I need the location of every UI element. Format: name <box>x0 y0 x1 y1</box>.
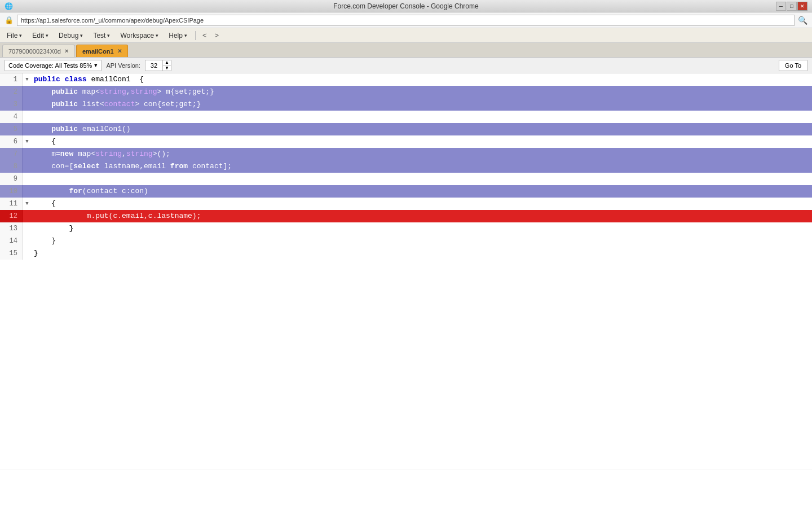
fold-icon-9 <box>23 173 32 185</box>
tab-emailcon1-label: emailCon1 <box>82 48 114 55</box>
coverage-label: Code Coverage: All Tests 85% <box>8 62 92 69</box>
line-content-6: { <box>32 135 812 148</box>
line-number-4: 4 <box>0 111 23 123</box>
fold-icon-7 <box>23 148 32 160</box>
code-line-4: 4 <box>0 111 812 123</box>
tab-707900[interactable]: 707900000234X0d ✕ <box>2 45 75 57</box>
line-number-12: 12 <box>0 210 23 222</box>
code-line-9: 9 <box>0 173 812 185</box>
api-down-icon[interactable]: ▼ <box>163 65 171 71</box>
line-content-7: m=new map<string,string>(); <box>32 148 812 160</box>
menu-help[interactable]: Help ▾ <box>164 30 192 41</box>
line-number-5: 5 <box>0 123 23 135</box>
fold-icon-15 <box>23 247 32 260</box>
goto-button[interactable]: Go To <box>779 60 807 71</box>
page-icon: 🔒 <box>5 16 14 24</box>
fold-icon-12 <box>23 210 32 222</box>
line-number-7: 7 <box>0 148 23 160</box>
menu-edit[interactable]: Edit ▾ <box>28 30 53 41</box>
fold-icon-3 <box>23 98 32 111</box>
tab-707900-close[interactable]: ✕ <box>64 48 69 54</box>
fold-icon-1[interactable]: ▼ <box>23 73 32 86</box>
code-line-6: 6 ▼ { <box>0 135 812 148</box>
fold-icon-4 <box>23 111 32 123</box>
line-number-10: 10 <box>0 185 23 198</box>
code-line-7: 7 m=new map<string,string>(); <box>0 148 812 160</box>
code-editor[interactable]: 1 ▼ public class emailCon1 { 2 public ma… <box>0 73 812 470</box>
tab-emailcon1-close[interactable]: ✕ <box>117 48 122 54</box>
api-version-label: API Version: <box>106 62 140 69</box>
code-line-14: 14 } <box>0 235 812 247</box>
fold-icon-8 <box>23 160 32 173</box>
line-content-13: } <box>32 222 812 235</box>
line-content-10: for(contact c:con) <box>32 185 812 198</box>
minimize-button[interactable]: ─ <box>776 2 786 11</box>
line-content-11: { <box>32 198 812 210</box>
fold-icon-13 <box>23 222 32 235</box>
line-number-11: 11 <box>0 198 23 210</box>
maximize-button[interactable]: □ <box>787 2 797 11</box>
line-content-4 <box>32 111 812 123</box>
line-content-8: con=[select lastname,email from contact]… <box>32 160 812 173</box>
window-controls[interactable]: ─ □ ✕ <box>776 2 807 11</box>
tab-bar: 707900000234X0d ✕ emailCon1 ✕ <box>0 43 812 58</box>
menu-debug[interactable]: Debug ▾ <box>54 30 87 41</box>
code-container: 1 ▼ public class emailCon1 { 2 public ma… <box>0 73 812 260</box>
line-content-1: public class emailCon1 { <box>32 73 812 86</box>
code-line-10: 10 for(contact c:con) <box>0 185 812 198</box>
nav-back-button[interactable]: < <box>199 30 210 41</box>
code-line-1: 1 ▼ public class emailCon1 { <box>0 73 812 86</box>
line-number-1: 1 <box>0 73 23 86</box>
line-number-14: 14 <box>0 235 23 247</box>
line-content-14: } <box>32 235 812 247</box>
tab-emailcon1[interactable]: emailCon1 ✕ <box>76 45 128 57</box>
close-button[interactable]: ✕ <box>797 2 807 11</box>
line-content-3: public list<contact> con{set;get;} <box>32 98 812 111</box>
code-line-13: 13 } <box>0 222 812 235</box>
api-up-icon[interactable]: ▲ <box>163 60 171 65</box>
line-content-15: } <box>32 247 812 260</box>
coverage-arrow-icon: ▾ <box>94 62 98 69</box>
line-content-2: public map<string,string> m{set;get;} <box>32 86 812 98</box>
scroll-area <box>0 470 812 508</box>
menu-bar: File ▾ Edit ▾ Debug ▾ Test ▾ Workspace ▾… <box>0 28 812 43</box>
fold-icon-5 <box>23 123 32 135</box>
menu-file[interactable]: File ▾ <box>2 30 27 41</box>
code-line-15: 15 } <box>0 247 812 260</box>
code-line-3: 3 public list<contact> con{set;get;} <box>0 98 812 111</box>
line-number-3: 3 <box>0 98 23 111</box>
title-bar: 🌐 Force.com Developer Console - Google C… <box>0 0 812 12</box>
code-line-11: 11 ▼ { <box>0 198 812 210</box>
fold-icon-10 <box>23 185 32 198</box>
line-number-9: 9 <box>0 173 23 185</box>
line-number-6: 6 <box>0 135 23 148</box>
line-number-2: 2 <box>0 86 23 98</box>
code-toolbar: Code Coverage: All Tests 85% ▾ API Versi… <box>0 58 812 73</box>
menu-test[interactable]: Test ▾ <box>89 30 114 41</box>
fold-icon-11[interactable]: ▼ <box>23 198 32 210</box>
line-number-15: 15 <box>0 247 23 260</box>
code-line-8: 8 con=[select lastname,email from contac… <box>0 160 812 173</box>
line-content-12: m.put(c.email,c.lastname); <box>32 210 812 222</box>
code-line-12: 12 m.put(c.email,c.lastname); <box>0 210 812 222</box>
coverage-dropdown[interactable]: Code Coverage: All Tests 85% ▾ <box>5 60 102 71</box>
tab-707900-label: 707900000234X0d <box>8 48 61 55</box>
menu-workspace[interactable]: Workspace ▾ <box>116 30 163 41</box>
code-line-5: 5 public emailCon1() <box>0 123 812 135</box>
search-icon[interactable]: 🔍 <box>798 16 807 25</box>
line-content-9 <box>32 173 812 185</box>
fold-icon-2 <box>23 86 32 98</box>
fold-icon-14 <box>23 235 32 247</box>
url-input[interactable] <box>17 15 795 26</box>
line-number-8: 8 <box>0 160 23 173</box>
address-bar: 🔒 🔍 <box>0 12 812 28</box>
fold-icon-6[interactable]: ▼ <box>23 135 32 148</box>
line-number-13: 13 <box>0 222 23 235</box>
line-content-5: public emailCon1() <box>32 123 812 135</box>
api-version-control: ▲ ▼ <box>145 60 171 71</box>
api-version-input[interactable] <box>145 60 162 71</box>
code-line-2: 2 public map<string,string> m{set;get;} <box>0 86 812 98</box>
api-version-spinner[interactable]: ▲ ▼ <box>162 60 171 71</box>
nav-forward-button[interactable]: > <box>211 30 223 41</box>
title-bar-icon: 🌐 <box>5 2 13 10</box>
